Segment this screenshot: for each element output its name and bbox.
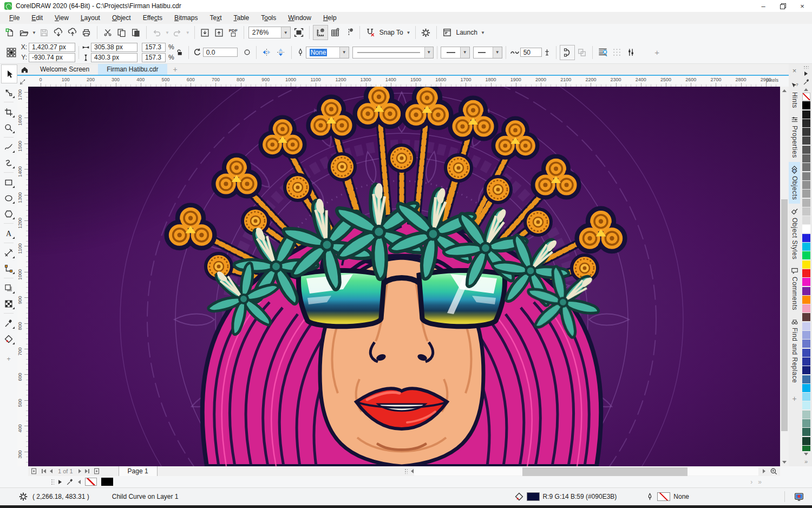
hscroll-track[interactable] [414, 467, 758, 476]
palette-swatch[interactable] [802, 216, 810, 224]
mirror-vertical-button[interactable] [274, 45, 288, 60]
previous-page-button[interactable] [50, 469, 53, 473]
close-curve-button[interactable] [560, 45, 575, 60]
vertical-ruler[interactable]: 1700160015001400130012001100100090080070… [17, 87, 28, 466]
cloud-open-button[interactable] [51, 25, 66, 40]
cut-button[interactable] [101, 25, 115, 40]
horizontal-ruler[interactable]: pixels0100200300400500600700800900100011… [28, 76, 780, 87]
object-origin-button[interactable] [4, 45, 18, 60]
palette-expand-icon[interactable]: » [804, 458, 808, 465]
tool-ellipse[interactable] [1, 190, 16, 206]
palette-grip-icon[interactable] [803, 66, 809, 69]
options-gear-button[interactable] [419, 25, 433, 40]
palette-scroll-down-icon[interactable] [804, 453, 808, 455]
home-tab[interactable] [17, 64, 31, 75]
open-button[interactable] [17, 25, 31, 40]
stepper-icon[interactable] [542, 45, 553, 60]
outline-width-combo[interactable]: None▼ [306, 47, 349, 58]
palette-swatch[interactable] [802, 269, 810, 277]
palette-swatch[interactable] [802, 419, 810, 427]
tool-artistic-media[interactable] [1, 155, 16, 171]
save-button[interactable] [37, 25, 51, 40]
cloud-save-button[interactable] [66, 25, 80, 40]
vertical-scrollbar[interactable] [780, 87, 789, 466]
copy-button[interactable] [115, 25, 129, 40]
show-grid-button[interactable] [328, 25, 342, 40]
menu-view[interactable]: View [49, 13, 75, 23]
menu-layout[interactable]: Layout [75, 13, 106, 23]
last-page-button[interactable] [85, 469, 89, 473]
close-button[interactable]: × [793, 0, 812, 12]
palette-swatch[interactable] [802, 322, 810, 330]
page-tab[interactable]: Page 1 [119, 466, 158, 476]
palette-swatch[interactable] [802, 278, 810, 286]
palette-swatch[interactable] [802, 437, 810, 445]
docker-tab-comments[interactable]: Comments [791, 263, 798, 314]
palette-swatch[interactable] [802, 154, 810, 162]
print-button[interactable] [80, 25, 94, 40]
palette-swatch[interactable] [802, 172, 810, 180]
scroll-up-icon[interactable] [780, 87, 789, 95]
palette-swatch-none[interactable] [802, 93, 810, 101]
menu-window[interactable]: Window [282, 13, 317, 23]
redo-button[interactable] [171, 25, 185, 40]
tool-polygon[interactable] [1, 206, 16, 222]
status-gear-icon[interactable] [18, 492, 28, 502]
docker-tab-find-replace[interactable]: Find and Replace [791, 314, 798, 387]
docpal-scroll-right-icon[interactable]: › [750, 478, 752, 486]
export-button[interactable] [212, 25, 226, 40]
docker-tab-hints[interactable]: Hints [790, 78, 798, 112]
open-dropdown-icon[interactable]: ▼ [31, 30, 37, 35]
palette-swatch[interactable] [802, 251, 810, 259]
fill-color-swatch[interactable] [527, 492, 540, 501]
navigator-icon[interactable] [768, 466, 779, 476]
horizontal-scrollbar[interactable] [403, 466, 780, 476]
palette-swatch[interactable] [802, 136, 810, 145]
tool-dimension[interactable] [1, 245, 16, 260]
menu-table[interactable]: Table [228, 13, 256, 23]
new-tab-button[interactable]: + [167, 64, 184, 75]
palette-swatch[interactable] [802, 401, 810, 409]
palette-swatch[interactable] [802, 101, 810, 109]
palette-swatch[interactable] [802, 313, 810, 321]
launch-dropdown-icon[interactable]: ▼ [480, 30, 486, 35]
rotation-center-icon[interactable] [242, 45, 253, 60]
object-width-field[interactable]: 305.38 px [91, 43, 137, 52]
next-page-button[interactable] [78, 469, 81, 473]
zoom-dropdown-icon[interactable]: ▼ [281, 27, 290, 38]
tool-rectangle[interactable] [1, 174, 16, 190]
palette-swatch[interactable] [802, 287, 810, 295]
palette-swatch[interactable] [802, 366, 810, 374]
toolbox-customize-button[interactable]: + [1, 351, 16, 367]
tool-freehand[interactable] [1, 139, 16, 155]
palette-swatch[interactable] [802, 207, 810, 216]
tool-interactive-fill[interactable] [1, 331, 16, 347]
show-guidelines-button[interactable] [342, 25, 356, 40]
menu-tools[interactable]: Tools [255, 13, 282, 23]
tool-pick-active[interactable] [1, 64, 17, 83]
smoothness-field[interactable]: 50 [520, 48, 542, 57]
menu-effects[interactable]: Effects [137, 13, 168, 23]
tool-zoom[interactable] [1, 120, 16, 135]
palette-swatch[interactable] [802, 428, 810, 436]
palette-swatch[interactable] [802, 110, 810, 119]
palette-eyedropper-icon[interactable] [803, 79, 810, 86]
menu-edit[interactable]: Edit [25, 13, 49, 23]
object-height-field[interactable]: 430.3 px [91, 53, 137, 62]
palette-swatch[interactable] [802, 225, 810, 233]
palette-swatch[interactable] [802, 181, 810, 189]
fullscreen-preview-button[interactable] [292, 25, 306, 40]
undo-dropdown-icon[interactable]: ▼ [164, 30, 171, 35]
tool-shape[interactable] [1, 84, 16, 100]
menu-help[interactable]: Help [317, 13, 343, 23]
proof-colors-icon[interactable] [794, 492, 804, 502]
tool-color-eyedropper[interactable] [1, 315, 16, 331]
properties-sliders-button[interactable] [624, 45, 638, 60]
add-page-after-icon[interactable] [93, 467, 101, 475]
palette-swatch[interactable] [802, 190, 810, 198]
text-wrap-button[interactable] [596, 45, 610, 60]
scroll-right-icon[interactable] [759, 466, 768, 476]
palette-flyout-icon[interactable] [804, 71, 808, 76]
tab-welcome-screen[interactable]: Welcome Screen [31, 64, 98, 75]
tool-drop-shadow[interactable] [1, 280, 16, 296]
